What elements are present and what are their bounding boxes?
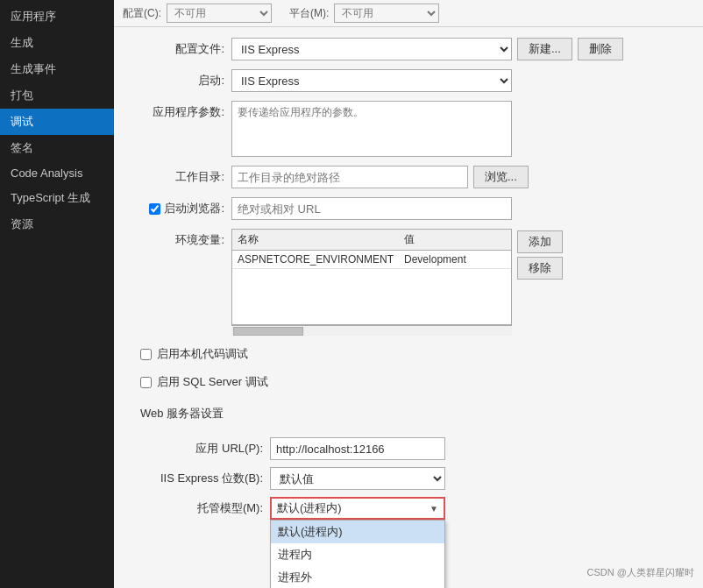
workdir-wrap: 浏览... <box>231 166 689 188</box>
workdir-label: 工作目录: <box>128 166 224 185</box>
app-url-label: 应用 URL(P): <box>140 441 263 457</box>
sidebar-item-build[interactable]: 生成 <box>0 30 114 56</box>
env-wrap: 名称 值 ASPNETCORE_ENVIRONMENT Development <box>231 229 689 336</box>
hosting-dropdown[interactable]: 默认(进程内) ▼ 默认(进程内) 进程内 进程外 <box>270 497 445 520</box>
hosting-row: 托管模型(M): 默认(进程内) ▼ 默认(进程内) 进程内 进程外 <box>140 497 689 520</box>
sidebar-item-typescript[interactable]: TypeScript 生成 <box>0 185 114 211</box>
chevron-down-icon: ▼ <box>430 504 438 514</box>
sidebar-item-code-analysis[interactable]: Code Analysis <box>0 161 114 185</box>
hosting-option-default[interactable]: 默认(进程内) <box>271 521 444 543</box>
sidebar-item-app[interactable]: 应用程序 <box>0 4 114 30</box>
iis-port-row: IIS Express 位数(B): 默认值 <box>140 467 689 490</box>
env-scrollbar[interactable] <box>231 325 512 336</box>
launch-wrap: IIS Express <box>231 69 689 92</box>
env-table: 名称 值 ASPNETCORE_ENVIRONMENT Development <box>232 230 511 269</box>
args-label: 应用程序参数: <box>128 101 224 120</box>
web-server-title: Web 服务器设置 <box>128 406 689 422</box>
sidebar: 应用程序 生成 生成事件 打包 调试 签名 Code Analysis Type… <box>0 0 114 588</box>
app-url-input[interactable] <box>270 437 445 460</box>
launch-label: 启动: <box>128 69 224 89</box>
config-label: 配置(C): <box>123 6 161 21</box>
main-content: 配置(C): 不可用 平台(M): 不可用 配置文件: IIS Express … <box>114 0 703 588</box>
hosting-options-list: 默认(进程内) 进程内 进程外 <box>270 520 445 588</box>
profile-select[interactable]: IIS Express <box>231 38 512 60</box>
browser-input[interactable] <box>231 197 512 220</box>
browser-checkbox-wrap: 启动浏览器: <box>128 201 224 216</box>
sql-debug-row: 启用 SQL Server 调试 <box>128 374 689 390</box>
env-value-cell: Development <box>399 251 511 269</box>
sql-debug-label: 启用 SQL Server 调试 <box>157 374 268 390</box>
launch-select[interactable]: IIS Express <box>231 69 512 92</box>
hosting-label: 托管模型(M): <box>140 500 263 516</box>
env-name-cell: ASPNETCORE_ENVIRONMENT <box>232 251 399 269</box>
env-scrollbar-thumb[interactable] <box>233 327 303 336</box>
add-button[interactable]: 添加 <box>517 230 563 253</box>
sidebar-item-resources[interactable]: 资源 <box>0 211 114 237</box>
profile-row: 配置文件: IIS Express 新建... 删除 <box>128 38 689 60</box>
browser-label-text: 启动浏览器: <box>164 201 224 216</box>
profile-label: 配置文件: <box>128 38 224 57</box>
browser-label: 启动浏览器: <box>128 197 224 217</box>
workdir-input[interactable] <box>231 166 468 188</box>
content-area: 配置文件: IIS Express 新建... 删除 启动: IIS Expre… <box>114 27 703 588</box>
browser-wrap <box>231 197 689 220</box>
profile-wrap: IIS Express 新建... 删除 <box>231 38 689 60</box>
hosting-selected[interactable]: 默认(进程内) ▼ <box>270 497 445 520</box>
native-debug-checkbox[interactable] <box>140 349 152 360</box>
topbar: 配置(C): 不可用 平台(M): 不可用 <box>114 0 703 27</box>
browse-button[interactable]: 浏览... <box>473 166 529 188</box>
iis-port-label: IIS Express 位数(B): <box>140 471 263 486</box>
iis-port-select[interactable]: 默认值 <box>270 467 445 490</box>
native-debug-row: 启用本机代码调试 <box>128 346 689 362</box>
delete-button[interactable]: 删除 <box>578 38 623 60</box>
env-table-wrap: 名称 值 ASPNETCORE_ENVIRONMENT Development <box>231 229 512 325</box>
sidebar-item-signing[interactable]: 签名 <box>0 135 114 161</box>
sidebar-item-package[interactable]: 打包 <box>0 82 114 109</box>
sidebar-item-build-events[interactable]: 生成事件 <box>0 56 114 82</box>
browser-checkbox[interactable] <box>149 203 160 215</box>
args-wrap <box>231 101 689 157</box>
hosting-option-inprocess[interactable]: 进程内 <box>271 543 444 566</box>
new-button[interactable]: 新建... <box>517 38 572 60</box>
workdir-row: 工作目录: 浏览... <box>128 166 689 188</box>
browser-row: 启动浏览器: <box>128 197 689 220</box>
app-url-row: 应用 URL(P): <box>140 437 689 460</box>
table-row[interactable]: ASPNETCORE_ENVIRONMENT Development <box>232 251 511 269</box>
sidebar-item-debug[interactable]: 调试 <box>0 109 114 135</box>
args-textarea[interactable] <box>231 101 512 157</box>
hosting-selected-text: 默认(进程内) <box>277 500 430 516</box>
platform-select[interactable]: 不可用 <box>334 4 439 23</box>
env-col-value: 值 <box>399 230 511 251</box>
env-row: 环境变量: 名称 值 <box>128 229 689 336</box>
env-label: 环境变量: <box>128 229 224 248</box>
env-col-name: 名称 <box>232 230 399 251</box>
args-row: 应用程序参数: <box>128 101 689 157</box>
hosting-option-outprocess[interactable]: 进程外 <box>271 566 444 588</box>
config-select[interactable]: 不可用 <box>167 4 272 23</box>
web-server-subsection: 应用 URL(P): IIS Express 位数(B): 默认值 托管模型(M… <box>140 437 689 588</box>
remove-button[interactable]: 移除 <box>517 257 563 280</box>
launch-row: 启动: IIS Express <box>128 69 689 92</box>
env-buttons: 添加 移除 <box>517 229 563 280</box>
native-debug-label: 启用本机代码调试 <box>157 346 248 362</box>
sql-debug-checkbox[interactable] <box>140 377 152 388</box>
platform-label: 平台(M): <box>289 6 329 21</box>
